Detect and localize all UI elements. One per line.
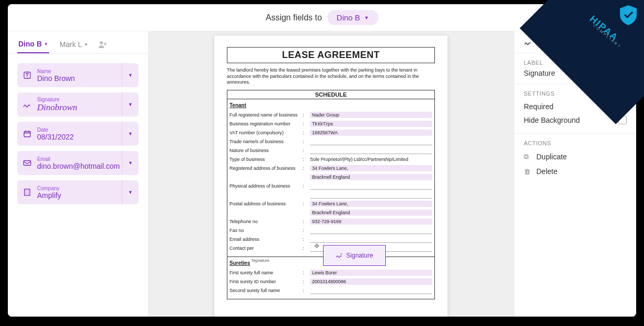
form-label: Telephone no (229, 219, 303, 224)
form-value (310, 236, 432, 243)
app-window: Assign fields to Dino B ▼ Dino B ▼ Mark … (8, 4, 636, 317)
field-dropdown[interactable]: ▼ (122, 151, 139, 175)
tab-mark[interactable]: Mark L ▼ (59, 36, 89, 53)
action-duplicate[interactable]: ⧉ Duplicate (524, 149, 627, 164)
form-row: Registered address of business:34 Fowler… (229, 164, 432, 172)
form-row: Email address: (229, 235, 432, 243)
tab-label: Mark L (60, 40, 82, 49)
form-value: Sole Proprietor/(Pty) Ltd/cc/Partnership… (310, 157, 432, 162)
signature-icon (524, 38, 532, 46)
colon: : (303, 183, 310, 189)
signer-tabs: Dino B ▼ Mark L ▼ (8, 31, 148, 54)
colon: : (303, 166, 310, 171)
svg-rect-3 (24, 161, 31, 166)
form-row: Fax no: (229, 226, 432, 235)
left-sidebar: Dino B ▼ Mark L ▼ NameDino Brown▼Signatu… (8, 31, 148, 317)
add-signer-icon[interactable] (99, 41, 107, 48)
form-value (310, 287, 432, 294)
text-icon (17, 71, 37, 80)
delete-icon: 🗑 (524, 168, 531, 176)
rp-actions-section: ACTIONS ⧉ Duplicate 🗑 Delete (514, 134, 636, 185)
sureties-section: Sureties First surety full name:Lewis Bo… (227, 257, 435, 299)
form-label: Business registration number (229, 121, 303, 126)
field-properties-panel: Signature LABEL Signature SETTINGS Requi… (514, 31, 636, 317)
field-value: 08/31/2022 (37, 133, 122, 141)
form-row: Full registered name of business:Nader G… (229, 110, 432, 119)
form-label: Trade name/s of business (229, 139, 303, 144)
field-card-signature[interactable]: SignatureDinobrown▼ (17, 92, 139, 117)
svg-point-0 (100, 41, 103, 44)
field-card-date[interactable]: Date08/31/2022▼ (17, 122, 139, 146)
form-row: Postal address of business:34 Fowlers La… (229, 199, 432, 208)
assign-label: Assign fields to (266, 13, 322, 22)
field-value: Dino Brown (37, 74, 122, 83)
form-row: VAT number (compulsory):1682567WA (229, 128, 432, 137)
field-label: Signature (37, 97, 122, 102)
form-row: Trade name/s of business: (229, 137, 432, 146)
schedule-header: SCHEDULE (227, 90, 435, 99)
field-card-email[interactable]: Emaildino.brown@hotmail.com▼ (17, 151, 139, 175)
chevron-down-icon: ▼ (44, 42, 48, 46)
field-label: Company (37, 185, 122, 191)
colon: : (303, 237, 310, 242)
checkbox-icon[interactable]: ✓ (618, 102, 627, 111)
field-text: SignatureDinobrown (37, 94, 122, 116)
tenant-section: Tenant Full registered name of business:… (227, 99, 435, 257)
form-row (229, 190, 432, 199)
top-bar: Assign fields to Dino B ▼ (8, 4, 636, 31)
field-list: NameDino Brown▼SignatureDinobrown▼Date08… (8, 54, 148, 214)
drag-handle-icon[interactable]: ✥ (314, 242, 321, 250)
setting-label: Hide Background (524, 116, 580, 124)
form-label: VAT number (compulsory) (229, 130, 303, 135)
colon: : (303, 139, 310, 144)
settings-heading: SETTINGS (524, 90, 627, 97)
form-row: Business registration number:TkXkTzps (229, 119, 432, 128)
tab-dino[interactable]: Dino B ▼ (17, 36, 49, 53)
main-area: Dino B ▼ Mark L ▼ NameDino Brown▼Signatu… (8, 31, 636, 317)
document-canvas[interactable]: LEASE AGREEMENT The landlord hereby lets… (148, 31, 514, 317)
colon: : (303, 201, 310, 206)
field-dropdown[interactable]: ▼ (122, 63, 139, 87)
field-card-name[interactable]: NameDino Brown▼ (17, 63, 139, 87)
label-value[interactable]: Signature (524, 69, 627, 77)
form-row: Physical address of business: (229, 181, 432, 190)
field-text: CompanyAmplify (37, 182, 122, 203)
form-value (310, 191, 432, 199)
form-value: 34 Fowlers Lane, (310, 165, 432, 171)
field-card-company[interactable]: CompanyAmplify▼ (17, 180, 139, 204)
mail-icon (17, 158, 37, 168)
field-text: Date08/31/2022 (37, 124, 122, 144)
checkbox-icon[interactable] (618, 116, 627, 124)
colon: : (303, 148, 310, 153)
form-value: 34 Fowlers Lane, (310, 201, 432, 207)
chevron-down-icon: ▼ (364, 15, 369, 20)
rp-header-section: Signature (514, 31, 636, 53)
actions-heading: ACTIONS (524, 140, 627, 146)
form-label: Contact per (229, 246, 303, 251)
field-dropdown[interactable]: ▼ (122, 180, 139, 204)
colon: : (303, 279, 310, 284)
label-heading: LABEL (524, 60, 627, 66)
field-value: Amplify (37, 191, 122, 200)
setting-required[interactable]: Required ✓ (524, 100, 627, 113)
form-label: Nature of business (229, 148, 303, 153)
form-label: Type of business (229, 157, 303, 162)
form-row: First surety full name:Lewis Borer (229, 268, 432, 277)
setting-label: Required (524, 102, 554, 111)
action-delete[interactable]: 🗑 Delete (524, 164, 627, 179)
assignee-dropdown[interactable]: Dino B ▼ (327, 10, 378, 25)
field-dropdown[interactable]: ▼ (122, 92, 139, 117)
colon: : (303, 112, 310, 118)
setting-hide-background[interactable]: Hide Background (524, 113, 627, 127)
form-value: Bracknell England (310, 174, 432, 180)
colon: : (303, 130, 310, 135)
field-dropdown[interactable]: ▼ (122, 122, 139, 146)
rp-label-section: LABEL Signature (514, 53, 636, 84)
calendar-icon (17, 129, 37, 138)
sureties-heading: Sureties (229, 260, 432, 266)
doc-title: LEASE AGREEMENT (227, 47, 435, 63)
form-value: Nader Group (310, 112, 432, 118)
doc-intro: The landlord hereby lets the leased prem… (227, 67, 435, 86)
field-label: Date (37, 127, 122, 133)
form-row: Bracknell England (229, 208, 432, 217)
